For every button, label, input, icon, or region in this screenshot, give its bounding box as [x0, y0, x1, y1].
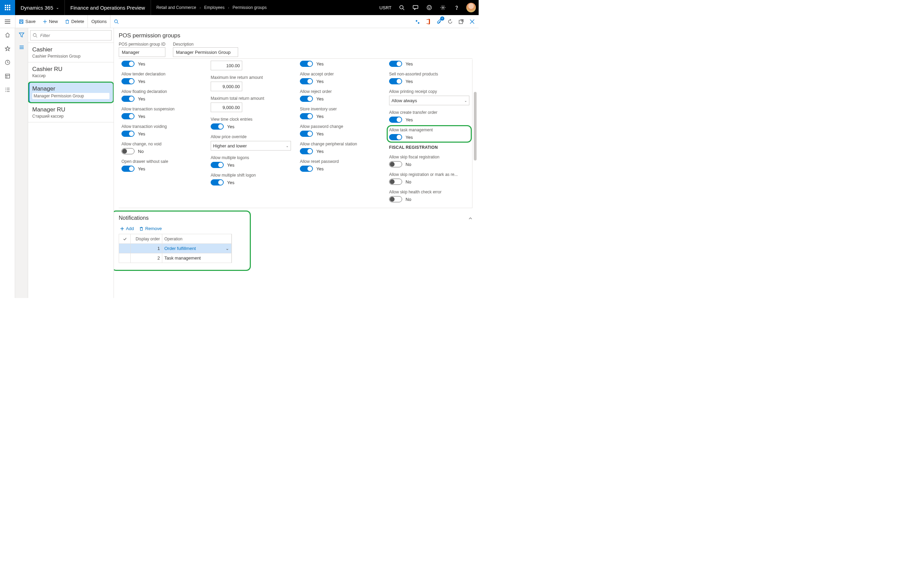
- toggle-switch[interactable]: [300, 78, 313, 84]
- data-connector-button[interactable]: [413, 17, 422, 26]
- table-row[interactable]: 1Order fulfillment⌄: [119, 244, 232, 253]
- rail-workspaces-button[interactable]: [3, 72, 12, 80]
- operation-cell[interactable]: Task management: [162, 253, 232, 263]
- toggle-switch[interactable]: [389, 196, 402, 202]
- svg-line-29: [117, 22, 119, 24]
- section-title[interactable]: Notifications: [119, 215, 148, 221]
- toggle-switch[interactable]: [300, 61, 313, 67]
- refresh-button[interactable]: [446, 17, 455, 26]
- toggle-switch[interactable]: [121, 78, 134, 84]
- rail-home-button[interactable]: [3, 31, 12, 39]
- app-launcher[interactable]: [0, 0, 15, 15]
- list-item[interactable]: CashierCashier Permission Group: [28, 43, 113, 62]
- form-field: Sell non-assorted productsYes: [389, 71, 469, 84]
- toggle-switch[interactable]: [300, 148, 313, 154]
- rail-modules-button[interactable]: [3, 86, 12, 94]
- toggle-switch[interactable]: [389, 161, 402, 167]
- settings-button[interactable]: [436, 0, 450, 15]
- number-input[interactable]: 100.00: [211, 61, 242, 70]
- field-label: Sell non-assorted products: [389, 71, 469, 76]
- description-input[interactable]: Manager Permission Group: [173, 47, 238, 57]
- table-row[interactable]: 2Task management: [119, 253, 232, 263]
- toggle-switch[interactable]: [121, 148, 134, 154]
- nav-pane-toggle[interactable]: [0, 15, 15, 28]
- list-filter-input[interactable]: [40, 33, 109, 38]
- operation-cell[interactable]: Order fulfillment⌄: [162, 244, 232, 253]
- notifications-section: Notifications Add Remove Display or: [119, 213, 472, 263]
- avatar[interactable]: [466, 3, 476, 12]
- col-display-order[interactable]: Display order: [131, 234, 162, 243]
- attachments-button[interactable]: 0: [435, 17, 444, 26]
- help-button[interactable]: [450, 0, 464, 15]
- list-item[interactable]: Manager RUСтарший кассир: [28, 103, 113, 122]
- toggle-switch[interactable]: [300, 165, 313, 172]
- close-button[interactable]: [468, 17, 476, 26]
- toggle-switch[interactable]: [300, 131, 313, 137]
- field-label: Allow price override: [211, 134, 291, 139]
- list-view-button[interactable]: [17, 43, 26, 52]
- office-button[interactable]: [424, 17, 433, 26]
- number-input[interactable]: 9,000.00: [211, 103, 242, 112]
- page-search-button[interactable]: [110, 15, 122, 28]
- toggle-switch[interactable]: [121, 61, 134, 67]
- company-code[interactable]: USRT: [376, 5, 395, 10]
- toggle-switch[interactable]: [389, 179, 402, 185]
- feedback-button[interactable]: [422, 0, 436, 15]
- toggle-switch[interactable]: [121, 113, 134, 119]
- form-field: Allow multiple logonsYes: [211, 155, 291, 168]
- filter-pane-button[interactable]: [17, 30, 26, 40]
- toggle-switch[interactable]: [389, 78, 402, 84]
- toggle-switch[interactable]: [389, 61, 402, 67]
- notif-remove-button[interactable]: Remove: [139, 226, 162, 231]
- rail-recent-button[interactable]: [3, 58, 12, 67]
- popout-button[interactable]: [457, 17, 465, 26]
- display-order-cell[interactable]: 2: [131, 253, 162, 263]
- search-button[interactable]: [395, 0, 409, 15]
- delete-button[interactable]: Delete: [61, 15, 88, 28]
- toggle-switch[interactable]: [121, 131, 134, 137]
- notif-add-button[interactable]: Add: [120, 226, 134, 231]
- toggle-switch[interactable]: [300, 96, 313, 102]
- new-button[interactable]: New: [39, 15, 61, 28]
- collapse-button[interactable]: [468, 216, 472, 221]
- toggle-switch[interactable]: [389, 134, 402, 140]
- toggle-value: Yes: [316, 149, 323, 154]
- svg-rect-31: [417, 22, 420, 24]
- form-field: Allow create transfer orderYes: [389, 110, 469, 123]
- field-label: View time clock entries: [211, 117, 291, 122]
- toggle-switch[interactable]: [211, 179, 224, 186]
- vertical-scrollbar[interactable]: [474, 61, 476, 253]
- col-operation[interactable]: Operation: [162, 234, 232, 243]
- dropdown[interactable]: Allow always⌄: [389, 96, 469, 105]
- rail-favorites-button[interactable]: [3, 44, 12, 53]
- dropdown[interactable]: Higher and lower⌄: [211, 141, 291, 151]
- toggle-switch[interactable]: [121, 165, 134, 172]
- toggle-switch[interactable]: [211, 124, 224, 130]
- list-filter-box[interactable]: [30, 30, 112, 40]
- toggle-switch[interactable]: [211, 162, 224, 168]
- col-check[interactable]: [119, 234, 131, 243]
- product-brand[interactable]: Dynamics 365 ⌄: [15, 0, 65, 15]
- messages-button[interactable]: [409, 0, 422, 15]
- toggle-switch[interactable]: [389, 117, 402, 123]
- number-input[interactable]: 9,000.00: [211, 82, 242, 91]
- field-label: Allow floating declaration: [121, 89, 202, 94]
- display-order-cell[interactable]: 1: [131, 244, 162, 253]
- list-item[interactable]: ManagerManager Permission Group: [28, 82, 113, 103]
- breadcrumb-item[interactable]: Retail and Commerce: [156, 5, 196, 10]
- toggle-switch[interactable]: [121, 96, 134, 102]
- svg-rect-4: [7, 7, 8, 8]
- list-item[interactable]: Cashier RUКассир: [28, 62, 113, 82]
- breadcrumb-item[interactable]: Employees: [204, 5, 225, 10]
- svg-point-9: [400, 5, 403, 9]
- permission-group-id-input[interactable]: Manager: [119, 47, 166, 57]
- toggle-value: Yes: [138, 96, 145, 102]
- breadcrumb-item[interactable]: Permission groups: [233, 5, 267, 10]
- options-button[interactable]: Options: [88, 15, 110, 28]
- row-checkbox-cell[interactable]: [119, 253, 131, 263]
- save-button[interactable]: Save: [15, 15, 39, 28]
- toggle-switch[interactable]: [300, 113, 313, 119]
- form-field: Maximum line return amount9,000.00: [211, 75, 291, 91]
- action-label: New: [49, 19, 58, 24]
- row-checkbox-cell[interactable]: [119, 244, 131, 253]
